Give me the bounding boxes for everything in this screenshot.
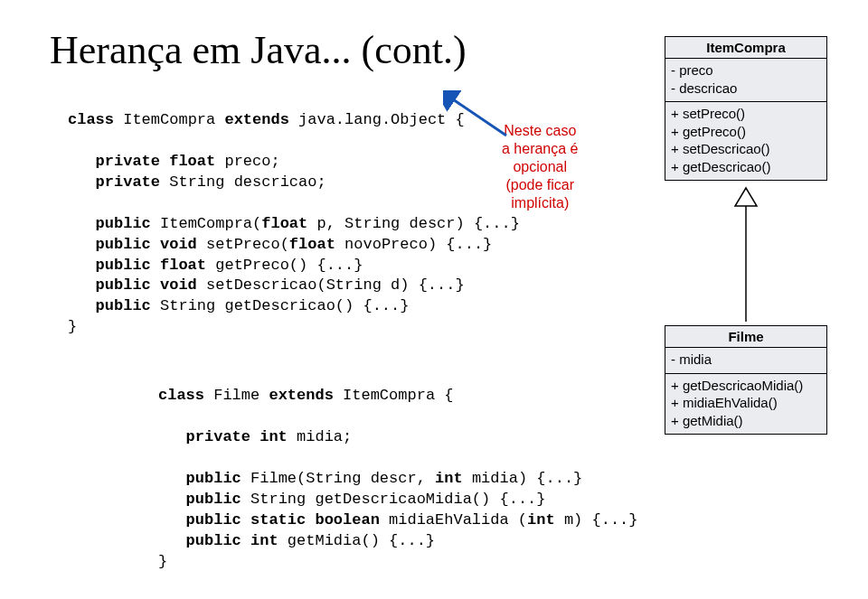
svg-marker-2 (735, 188, 757, 206)
uml-class-filme: Filme - midia + getDescricaoMidia() + mi… (665, 325, 827, 435)
uml-class-itemcompra: ItemCompra - preco - descricao + setPrec… (665, 36, 827, 435)
uml-attributes: - preco - descricao (665, 59, 826, 102)
uml-methods: + getDescricaoMidia() + midiaEhValida() … (665, 374, 826, 435)
uml-methods: + setPreco() + getPreco() + setDescricao… (665, 102, 826, 180)
uml-title: ItemCompra (665, 37, 826, 59)
svg-line-1 (450, 98, 506, 136)
inheritance-arrow-icon (665, 181, 827, 325)
uml-attributes: - midia (665, 348, 826, 374)
arrow-annotation-icon (443, 90, 515, 145)
uml-title: Filme (665, 326, 826, 348)
